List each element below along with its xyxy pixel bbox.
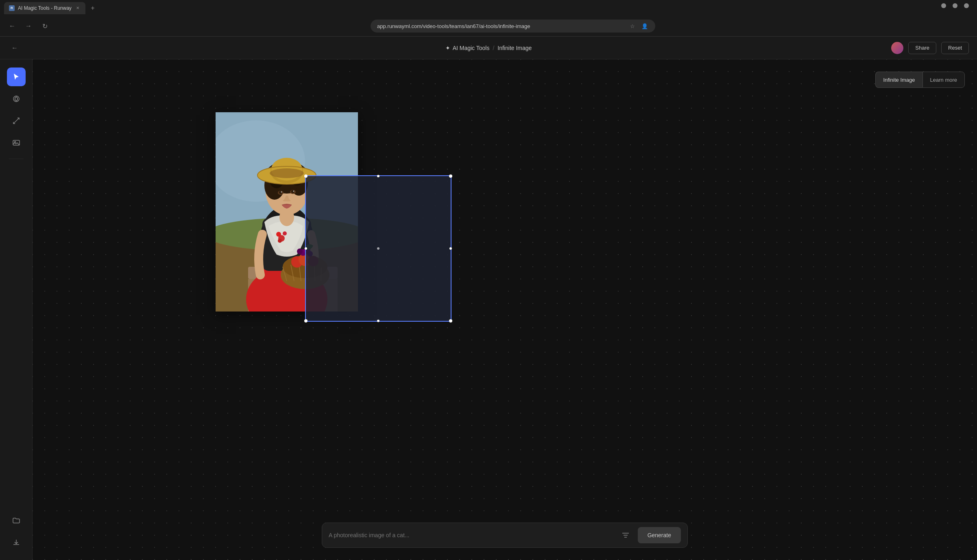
minimize-button[interactable] — [941, 3, 946, 8]
selection-handle-left-mid[interactable] — [305, 247, 307, 250]
new-tab-button[interactable]: + — [87, 2, 98, 14]
breadcrumb-separator: / — [493, 45, 494, 51]
sidebar-divider — [9, 159, 24, 159]
svg-line-1 — [16, 118, 19, 121]
selection-handle-top-mid[interactable] — [377, 175, 379, 177]
selection-center-dot — [377, 247, 379, 250]
svg-point-19 — [278, 239, 282, 243]
sidebar-tool-image[interactable] — [7, 133, 26, 152]
prompt-settings-button[interactable] — [618, 528, 633, 543]
tab-bar: R AI Magic Tools - Runway ✕ + — [0, 0, 977, 16]
svg-point-37 — [293, 191, 294, 192]
info-panel: Infinite Image Learn more — [875, 72, 965, 88]
sidebar-tool-folder[interactable] — [7, 511, 26, 530]
tab-favicon: R — [9, 5, 15, 11]
selection-handle-bottom-right[interactable] — [449, 319, 452, 322]
user-avatar[interactable] — [891, 42, 903, 54]
main-content: Infinite Image Learn more — [0, 59, 977, 560]
sidebar-tool-pan[interactable] — [7, 89, 26, 108]
prompt-input[interactable] — [329, 532, 613, 538]
svg-point-18 — [283, 231, 287, 235]
app-container: ← ✦ AI Magic Tools / Infinite Image Shar… — [0, 37, 977, 560]
sidebar-tool-select[interactable] — [7, 68, 26, 86]
prompt-bar: Generate — [322, 523, 688, 548]
selection-handle-top-right[interactable] — [449, 174, 452, 178]
tab-close-button[interactable]: ✕ — [75, 5, 81, 11]
sidebar-bottom-tools — [7, 511, 26, 552]
magic-tools-link[interactable]: ✦ AI Magic Tools — [445, 45, 490, 51]
svg-line-2 — [13, 121, 16, 124]
generate-button[interactable]: Generate — [638, 527, 681, 543]
selection-handle-top-left[interactable] — [304, 174, 307, 178]
close-button[interactable] — [964, 3, 969, 8]
sidebar-tool-expand[interactable] — [7, 111, 26, 130]
reset-button[interactable]: Reset — [941, 42, 969, 54]
selection-handle-right-mid[interactable] — [449, 247, 452, 250]
page-title: Infinite Image — [497, 45, 532, 51]
profile-icon[interactable]: 👤 — [641, 22, 649, 30]
url-text: app.runwayml.com/video-tools/teams/ian67… — [377, 23, 530, 29]
canvas-area[interactable]: Infinite Image Learn more — [33, 59, 977, 560]
address-bar[interactable]: app.runwayml.com/video-tools/teams/ian67… — [371, 20, 655, 33]
address-bar-icons: ☆ 👤 — [628, 22, 649, 30]
header-right-controls: Share Reset — [891, 42, 969, 54]
breadcrumb-tool-name: AI Magic Tools — [453, 45, 490, 51]
browser-tab-active[interactable]: R AI Magic Tools - Runway ✕ — [4, 2, 85, 14]
info-panel-active-tool: Infinite Image — [875, 72, 922, 88]
tab-title: AI Magic Tools - Runway — [18, 5, 72, 11]
sidebar-tool-download[interactable] — [7, 533, 26, 552]
address-bar-row: ← → ↻ app.runwayml.com/video-tools/teams… — [0, 16, 977, 36]
svg-point-36 — [281, 192, 282, 193]
share-button[interactable]: Share — [908, 42, 936, 54]
svg-point-17 — [276, 232, 281, 237]
learn-more-button[interactable]: Learn more — [922, 72, 965, 88]
svg-point-31 — [270, 168, 304, 178]
forward-nav-button[interactable]: → — [23, 20, 34, 32]
dot-grid-background — [33, 59, 977, 560]
back-nav-button[interactable]: ← — [7, 20, 18, 32]
selection-handle-bottom-mid[interactable] — [377, 320, 379, 322]
header-back-button[interactable]: ← — [8, 41, 21, 54]
window-controls — [941, 3, 969, 8]
bookmark-icon[interactable]: ☆ — [628, 22, 637, 30]
selection-handle-bottom-left[interactable] — [304, 319, 307, 322]
maximize-button[interactable] — [953, 3, 957, 8]
header-breadcrumb: ✦ AI Magic Tools / Infinite Image — [445, 45, 532, 51]
svg-point-51 — [297, 248, 303, 254]
magic-wand-icon: ✦ — [445, 45, 450, 51]
reload-button[interactable]: ↻ — [39, 20, 50, 32]
left-sidebar — [0, 59, 33, 560]
selection-box[interactable] — [305, 175, 451, 322]
browser-chrome: R AI Magic Tools - Runway ✕ + ← → ↻ app.… — [0, 0, 977, 37]
app-header: ← ✦ AI Magic Tools / Infinite Image Shar… — [0, 37, 977, 59]
